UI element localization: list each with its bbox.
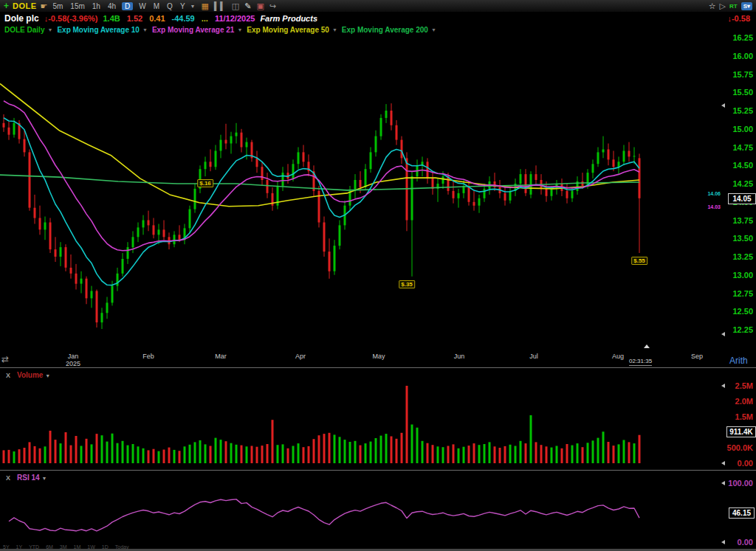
axis-tick-label: 13.25 xyxy=(732,252,753,261)
axis-tick-label: 0.00 xyxy=(738,538,753,547)
ask-price-label: 14.06 xyxy=(707,191,721,196)
axis-tick-label: 15.75 xyxy=(732,70,753,79)
range-buttons: 5Y1YYTD6M3M1M1W1DToday xyxy=(3,544,128,550)
range-button-1M[interactable]: 1M xyxy=(74,544,81,550)
rsi-title[interactable]: RSI 14 ▼ xyxy=(17,474,47,482)
range-button-1Y[interactable]: 1Y xyxy=(16,544,23,550)
axis-tick-label: 13.00 xyxy=(732,271,753,280)
axis-tick-label: 2.0M xyxy=(735,397,753,406)
month-tick-label: Jun xyxy=(454,353,465,360)
range-button-1W[interactable]: 1W xyxy=(87,544,95,550)
volume-low-marker-icon xyxy=(721,461,725,465)
axis-tick-label: 16.25 xyxy=(732,33,753,42)
current-volume-box: 911.4K xyxy=(726,426,756,437)
axis-tick-label: 500.0K xyxy=(727,443,753,452)
volume-panel-header: X Volume ▼ xyxy=(6,371,50,379)
range-button-6M[interactable]: 6M xyxy=(46,544,53,550)
trading-chart-app: + DOLE ☛ 5m15m1h4hDWMQY ▼ ▦▍▍◫✎▣↪ ☆▷ RT … xyxy=(0,0,756,551)
range-button-Today[interactable]: Today xyxy=(115,544,129,550)
month-tick-label: Mar xyxy=(215,353,227,360)
scale-mode-label[interactable]: Arith xyxy=(729,356,748,366)
axis-tick-label: 12.50 xyxy=(732,307,753,316)
axis-tick-label: 14.25 xyxy=(732,179,753,188)
month-tick-label: Apr xyxy=(295,353,306,360)
volume-high-marker-icon xyxy=(721,384,725,388)
axis-tick-label: 13.50 xyxy=(732,234,753,243)
month-tick-label: Jul xyxy=(529,353,538,360)
month-tick-label: Jan2025 xyxy=(66,353,80,367)
month-tick-label: Feb xyxy=(142,353,154,360)
axis-tick-label: 15.00 xyxy=(732,125,753,134)
panel-separator[interactable] xyxy=(0,470,756,471)
volume-close-button[interactable]: X xyxy=(6,372,10,379)
range-button-3M[interactable]: 3M xyxy=(60,544,67,550)
axis-tick-label: 14.75 xyxy=(732,143,753,152)
axis-tick-label: 0.00 xyxy=(738,459,753,468)
rsi-panel-header: X RSI 14 ▼ xyxy=(6,474,47,482)
axis-tick-label: 100.00 xyxy=(728,479,753,488)
range-button-YTD[interactable]: YTD xyxy=(29,544,39,550)
bar-countdown: 02:31:35 xyxy=(629,358,652,366)
bid-price-label: 14.03 xyxy=(707,204,721,209)
panel-separator[interactable] xyxy=(0,367,756,368)
event-marker-label[interactable]: $.55 xyxy=(631,257,647,265)
month-tick-label: May xyxy=(372,353,385,360)
event-marker-label[interactable]: $.35 xyxy=(399,280,415,288)
axis-tick-label: 16.00 xyxy=(732,52,753,60)
current-rsi-box: 46.15 xyxy=(729,507,755,519)
range-button-1D[interactable]: 1D xyxy=(102,544,109,550)
month-tick-label: Sep xyxy=(691,353,703,360)
month-tick-label: Aug xyxy=(612,353,624,360)
axis-tick-label: 15.50 xyxy=(732,88,753,97)
rsi-high-marker-icon xyxy=(721,481,725,485)
axis-tick-label: 13.75 xyxy=(732,216,753,225)
axis-tick-label: 2.5M xyxy=(735,381,753,390)
axis-tick-label: 14.50 xyxy=(732,161,753,170)
volume-title[interactable]: Volume ▼ xyxy=(17,371,50,379)
low-marker-icon xyxy=(721,332,725,336)
pan-mode-icon[interactable]: ⇄ xyxy=(1,354,9,364)
last-price-box: 14.05 xyxy=(728,193,756,204)
event-marker-label[interactable]: $.16 xyxy=(197,179,213,187)
high-marker-icon xyxy=(721,103,725,108)
axis-tick-label: 15.25 xyxy=(732,106,753,115)
last-bar-marker-icon xyxy=(644,344,650,348)
axis-tick-label: 12.75 xyxy=(732,289,753,298)
rsi-close-button[interactable]: X xyxy=(6,474,10,482)
axis-tick-label: 12.25 xyxy=(732,325,753,334)
axis-tick-label: 1.5M xyxy=(735,412,753,421)
range-button-5Y[interactable]: 5Y xyxy=(3,544,10,550)
rsi-low-marker-icon xyxy=(721,540,725,544)
